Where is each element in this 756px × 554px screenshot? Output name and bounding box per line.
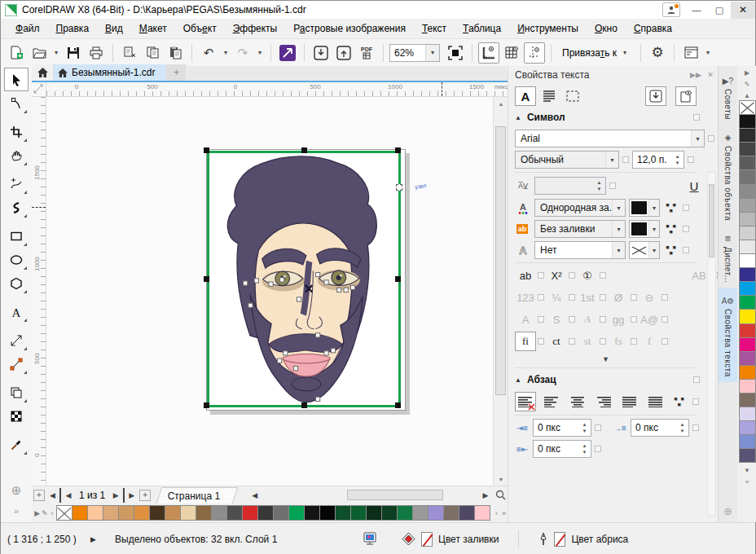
color-swatch[interactable] bbox=[428, 505, 444, 521]
color-swatch[interactable] bbox=[739, 365, 756, 380]
menu-item-1[interactable]: Правка bbox=[48, 20, 98, 37]
ordinal-button[interactable]: 1st bbox=[577, 288, 598, 307]
color-swatch[interactable] bbox=[739, 448, 756, 463]
menu-item-0[interactable]: Файл bbox=[7, 20, 48, 37]
window-options-button[interactable] bbox=[680, 42, 701, 64]
color-swatch[interactable] bbox=[273, 505, 289, 521]
standard-ligatures-button[interactable]: fi bbox=[515, 332, 536, 351]
ruler-origin-icon[interactable] bbox=[32, 82, 46, 97]
kerning-checkbox[interactable] bbox=[609, 182, 616, 189]
selection-handle[interactable] bbox=[395, 276, 401, 282]
menu-item-8[interactable]: Таблица bbox=[455, 20, 509, 37]
color-swatch[interactable] bbox=[134, 505, 150, 521]
enclosed-chars-button[interactable]: ① bbox=[577, 266, 598, 285]
selection-handle[interactable] bbox=[204, 147, 209, 153]
fill-type-select[interactable]: Однородная за...▾ bbox=[534, 199, 626, 217]
paragraph-checkbox[interactable] bbox=[693, 376, 700, 383]
annotation-forms-button[interactable]: ⊖ bbox=[639, 288, 660, 307]
docker-scroll-thumb[interactable] bbox=[709, 184, 714, 257]
color-swatch[interactable] bbox=[739, 281, 756, 296]
open-button[interactable] bbox=[29, 42, 50, 64]
color-swatch[interactable] bbox=[366, 505, 382, 521]
outline-color-swatch[interactable]: ▾ bbox=[629, 241, 660, 259]
no-color-swatch[interactable] bbox=[739, 100, 756, 115]
outline-settings-button[interactable]: ■ ■ ■ bbox=[663, 244, 679, 256]
fraction-button[interactable]: ¼ bbox=[546, 288, 567, 307]
color-swatch[interactable] bbox=[118, 505, 134, 521]
document-color-settings-icon[interactable] bbox=[359, 529, 380, 550]
window-options-dropdown[interactable]: ▾ bbox=[703, 42, 713, 64]
color-swatch[interactable] bbox=[739, 434, 756, 449]
docker-scrollbar[interactable] bbox=[707, 172, 716, 516]
docker-tab-3[interactable]: A⚙Свойства текста bbox=[719, 288, 737, 382]
drawing-canvas[interactable]: узел bbox=[46, 97, 493, 486]
effect-checkbox[interactable] bbox=[569, 338, 575, 345]
swash-button[interactable]: S bbox=[546, 310, 567, 329]
welcome-home-tab[interactable] bbox=[32, 64, 53, 81]
align-right-button[interactable] bbox=[593, 392, 614, 411]
align-center-button[interactable] bbox=[567, 392, 588, 411]
color-swatch[interactable] bbox=[196, 505, 212, 521]
effect-checkbox[interactable] bbox=[600, 294, 606, 301]
effect-checkbox[interactable] bbox=[569, 316, 575, 323]
align-justify-button[interactable] bbox=[619, 392, 640, 411]
add-docker-button[interactable]: ⊕ bbox=[723, 505, 732, 517]
font-checkbox[interactable] bbox=[708, 135, 714, 142]
number-style-button[interactable]: 123 bbox=[515, 288, 536, 307]
pan-tool[interactable] bbox=[4, 143, 29, 167]
menu-item-3[interactable]: Макет bbox=[131, 20, 175, 37]
fill-color-swatch[interactable]: ▾ bbox=[629, 199, 660, 217]
app-launcher-button[interactable] bbox=[277, 42, 298, 64]
polygon-tool[interactable] bbox=[4, 271, 29, 295]
rectangle-tool[interactable] bbox=[4, 224, 29, 248]
color-swatch[interactable] bbox=[739, 351, 756, 366]
menu-item-5[interactable]: Эффекты bbox=[225, 20, 286, 37]
menu-item-7[interactable]: Текст bbox=[414, 20, 455, 37]
font-size-field[interactable]: 12,0 п.▲▼ bbox=[632, 151, 684, 169]
first-indent-checkbox[interactable] bbox=[692, 424, 699, 431]
outline-color-indicator[interactable]: Цвет абриса bbox=[538, 532, 628, 547]
color-swatch[interactable] bbox=[739, 420, 756, 435]
rpal-options-arrow[interactable]: ▶ bbox=[745, 67, 749, 78]
fill-settings-button[interactable]: ■ ■ ■ bbox=[663, 202, 679, 213]
next-page-button[interactable]: ▶ bbox=[108, 488, 123, 503]
alignment-more-button[interactable]: ■ ■ ■ bbox=[671, 396, 688, 407]
save-button[interactable] bbox=[63, 42, 84, 64]
transparency-tool[interactable] bbox=[4, 404, 29, 428]
effect-checkbox[interactable] bbox=[569, 294, 575, 301]
paste-button[interactable] bbox=[165, 42, 186, 64]
selection-handle[interactable] bbox=[301, 402, 307, 408]
docpal-eyedropper-icon[interactable]: ✎ bbox=[41, 506, 48, 521]
menu-item-2[interactable]: Вид bbox=[97, 20, 131, 37]
effect-checkbox[interactable] bbox=[631, 316, 637, 323]
left-indent-field[interactable]: 0 пкс▲▼ bbox=[533, 419, 591, 437]
color-swatch[interactable] bbox=[739, 212, 756, 226]
vscroll-thumb[interactable] bbox=[495, 126, 506, 395]
document-tab[interactable]: Безымянный-1.cdr bbox=[53, 64, 166, 81]
case-button[interactable]: ab bbox=[515, 266, 536, 285]
color-swatch[interactable] bbox=[739, 240, 756, 254]
color-swatch[interactable] bbox=[335, 505, 351, 521]
export-button[interactable] bbox=[333, 42, 354, 64]
effect-checkbox[interactable] bbox=[600, 338, 606, 345]
add-page-before-button[interactable]: + bbox=[33, 490, 45, 501]
status-expand-arrow[interactable]: ▶ bbox=[90, 535, 115, 543]
first-indent-field[interactable]: 0 пкс▲▼ bbox=[631, 419, 689, 437]
effect-checkbox[interactable] bbox=[538, 316, 544, 323]
titling-alternates-button[interactable]: gg bbox=[608, 310, 629, 329]
color-swatch[interactable] bbox=[226, 505, 243, 521]
hscroll-right-arrow[interactable]: ▶ bbox=[478, 488, 493, 503]
pick-tool[interactable] bbox=[4, 68, 29, 91]
document-page[interactable] bbox=[206, 149, 406, 411]
effect-checkbox[interactable] bbox=[631, 338, 637, 345]
selected-object-outline[interactable] bbox=[207, 151, 401, 407]
first-page-button[interactable]: ◀ bbox=[46, 488, 61, 503]
color-swatch[interactable] bbox=[288, 505, 305, 521]
background-checkbox[interactable] bbox=[683, 226, 689, 232]
align-left-button[interactable] bbox=[541, 392, 562, 411]
docker-close-button[interactable]: ✕ bbox=[703, 71, 718, 79]
color-swatch[interactable] bbox=[739, 226, 756, 240]
color-swatch[interactable] bbox=[739, 253, 756, 268]
symbol-checkbox[interactable] bbox=[693, 114, 700, 121]
menu-item-10[interactable]: Окно bbox=[587, 20, 626, 37]
